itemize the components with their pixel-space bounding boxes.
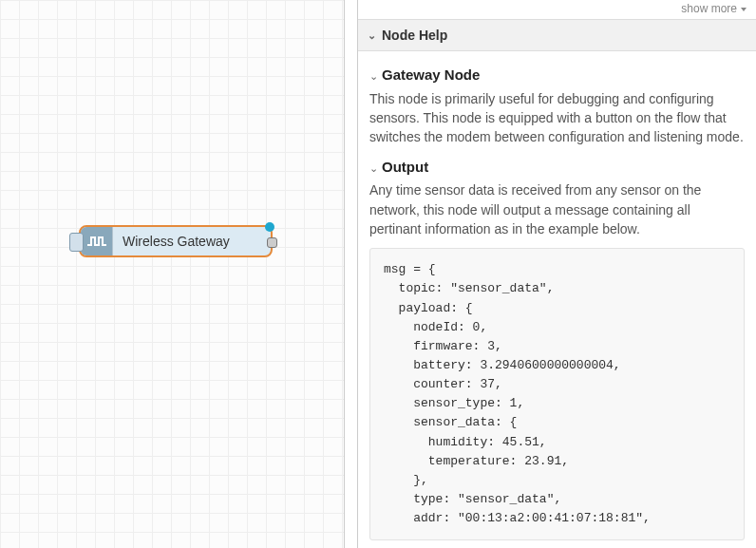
- flow-canvas[interactable]: Wireless Gateway: [0, 0, 344, 548]
- section-title: Node Help: [382, 28, 447, 43]
- output-description: Any time sensor data is received from an…: [369, 180, 745, 238]
- output-heading: Output: [382, 157, 428, 178]
- chevron-down-icon: ⌄: [368, 30, 376, 41]
- panel-separator[interactable]: [344, 0, 358, 548]
- node-trigger-button[interactable]: [69, 233, 84, 252]
- node-wireless-gateway[interactable]: Wireless Gateway: [79, 225, 273, 257]
- gateway-description: This node is primarily useful for debugg…: [369, 89, 745, 147]
- caret-down-icon: [741, 8, 747, 11]
- show-more-label: show more: [681, 2, 737, 15]
- waveform-icon: [81, 227, 113, 255]
- help-section-header[interactable]: ⌄ Node Help: [358, 19, 756, 51]
- code-example: msg = { topic: "sensor_data", payload: {…: [369, 248, 745, 540]
- node-label: Wireless Gateway: [113, 234, 271, 249]
- node-output-port[interactable]: [267, 237, 277, 248]
- chevron-down-icon: ⌄: [369, 71, 378, 82]
- node-changed-indicator: [265, 222, 274, 232]
- output-heading-row[interactable]: ⌄ Output: [369, 157, 745, 181]
- show-more-row: show more: [358, 0, 756, 19]
- gateway-heading-row[interactable]: ⌄ Gateway Node: [369, 65, 745, 89]
- show-more-link[interactable]: show more: [681, 2, 747, 15]
- chevron-down-icon: ⌄: [369, 163, 378, 174]
- gateway-heading: Gateway Node: [382, 65, 480, 85]
- help-content: ⌄ Gateway Node This node is primarily us…: [358, 51, 756, 548]
- help-sidebar: show more ⌄ Node Help ⌄ Gateway Node Thi…: [358, 0, 756, 548]
